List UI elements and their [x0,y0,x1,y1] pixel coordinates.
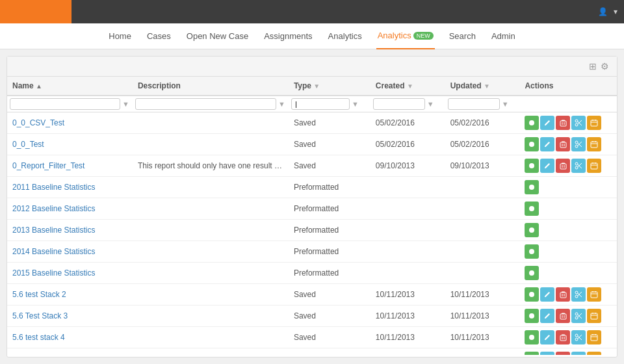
description-cell [133,284,289,306]
view-button[interactable] [525,137,539,151]
svg-rect-14 [560,142,566,148]
schedule-button[interactable] [571,287,586,302]
description-cell [133,241,289,263]
nav-assignments[interactable]: Assignments [263,23,313,49]
nav-analytics[interactable]: Analytics [327,23,363,49]
delete-button[interactable] [556,287,570,302]
delete-button[interactable] [556,309,570,323]
actions-cell [519,134,617,155]
view-button[interactable] [525,116,539,130]
report-name-link[interactable]: 2015 Baseline Statistics [12,268,95,278]
svg-point-49 [575,295,578,298]
grid-icon[interactable]: ⊞ [589,61,597,72]
view-button[interactable] [525,287,539,302]
view-button[interactable] [525,180,539,194]
filter-icon-created[interactable]: ▼ [407,83,413,90]
description-cell [133,327,289,348]
delete-button[interactable] [556,352,570,355]
report-name-link[interactable]: 2013 Baseline Statistics [12,226,95,235]
table-row: 2014 Baseline StatisticsPreformatted [7,241,617,263]
report-name-link[interactable]: 0_0_Test [12,140,44,149]
svg-point-63 [575,313,578,315]
calendar-button[interactable] [587,330,601,344]
view-button[interactable] [525,159,539,173]
view-button[interactable] [525,223,539,237]
delete-button[interactable] [556,116,570,130]
calendar-button[interactable] [587,137,601,151]
filter-name-icon[interactable]: ▼ [122,99,130,109]
filter-created-input[interactable] [373,98,425,110]
edit-button[interactable] [540,287,554,302]
nav-admin[interactable]: Admin [490,23,517,49]
report-name-link[interactable]: 0_Report_Filter_Test [12,161,84,170]
svg-point-41 [529,228,534,233]
filter-desc-input[interactable] [135,98,276,110]
edit-button[interactable] [540,330,554,344]
calendar-button[interactable] [587,116,601,130]
edit-button[interactable] [540,159,554,173]
calendar-button[interactable] [587,159,601,173]
description-cell [133,112,289,134]
gear-icon[interactable]: ⚙ [601,61,609,72]
view-button[interactable] [525,352,539,355]
col-created: Created ▼ [370,77,445,96]
filter-type-cell: ▼ [289,96,370,112]
user-icon: 👤 [598,7,608,16]
edit-button[interactable] [540,116,554,130]
edit-button[interactable] [540,137,554,151]
report-name-link[interactable]: 2014 Baseline Statistics [12,247,95,256]
calendar-button[interactable] [587,287,601,302]
schedule-button[interactable] [571,159,586,173]
filter-icon-updated[interactable]: ▼ [484,83,490,90]
nav-cases[interactable]: Cases [146,23,172,49]
filter-desc-icon[interactable]: ▼ [278,99,286,109]
report-name-link[interactable]: 5.6 test stack 4 [12,333,65,342]
delete-button[interactable] [556,137,570,151]
schedule-button[interactable] [571,330,586,344]
filter-updated-input[interactable] [448,98,500,110]
schedule-button[interactable] [571,137,586,151]
created-cell [370,177,445,198]
view-button[interactable] [525,266,539,280]
filter-type-input[interactable] [291,98,350,110]
filter-type-icon[interactable]: ▼ [351,99,359,109]
filter-name-input[interactable] [10,98,120,110]
user-area[interactable]: 👤 ▾ [598,7,624,16]
svg-rect-46 [562,292,565,293]
report-name-link[interactable]: 2012 Baseline Statistics [12,204,95,213]
nav-open-new-case[interactable]: Open New Case [185,23,250,49]
actions-cell [519,177,617,198]
view-button[interactable] [525,309,539,323]
report-name-link[interactable]: 5.6 test Stack 2 [12,290,66,299]
nav-analytics-active[interactable]: Analytics NEW [376,23,435,49]
schedule-button[interactable] [571,309,586,323]
svg-rect-72 [562,335,565,336]
report-name-link[interactable]: 0_0_CSV_Test [12,118,64,127]
schedule-button[interactable] [571,352,586,355]
nav-search[interactable]: Search [448,23,477,49]
filter-icon-type[interactable]: ▼ [313,83,320,90]
sort-asc-icon[interactable]: ▲ [36,83,42,90]
created-cell: 05/02/2016 [370,134,445,155]
description-cell [133,134,289,155]
view-button[interactable] [525,202,539,216]
filter-updated-icon[interactable]: ▼ [501,99,510,109]
filter-created-icon[interactable]: ▼ [426,99,435,109]
svg-point-57 [529,313,534,318]
calendar-button[interactable] [587,352,601,355]
report-name-link[interactable]: 5.6 Test Stack 3 [12,311,68,320]
svg-rect-22 [591,142,597,148]
calendar-button[interactable] [587,309,601,323]
nav-home[interactable]: Home [107,23,133,49]
updated-cell: 05/02/2016 [445,134,520,155]
delete-button[interactable] [556,330,570,344]
report-name-link[interactable]: 2011 Baseline Statistics [12,183,95,192]
report-name-link[interactable]: 5.7 Lon Stack 2 [12,354,66,355]
edit-button[interactable] [540,352,554,355]
delete-button[interactable] [556,159,570,173]
edit-button[interactable] [540,309,554,323]
view-button[interactable] [525,330,539,344]
schedule-button[interactable] [571,116,586,130]
view-button[interactable] [525,244,539,259]
created-cell: 10/11/2013 [370,306,445,327]
